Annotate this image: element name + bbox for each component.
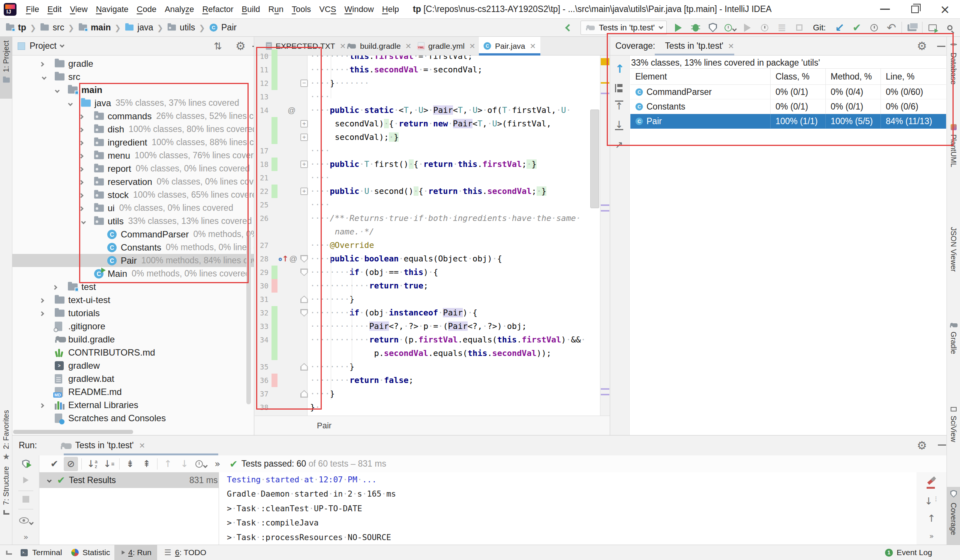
show-passed-icon[interactable]: ✔ <box>46 456 62 472</box>
tool-button-coverage[interactable]: Coverage <box>947 487 960 545</box>
editor-breadcrumb[interactable]: Pair <box>317 421 331 430</box>
breadcrumb-label[interactable]: utils <box>180 22 195 33</box>
breadcrumb-src[interactable]: ❯src <box>26 22 64 33</box>
tool-button-favorites[interactable]: 2: Favorites★ <box>0 406 12 453</box>
tool-button-structure[interactable]: 7: Structure <box>0 462 12 511</box>
tree-row-src[interactable]: src <box>12 70 254 83</box>
menu-build[interactable]: Build <box>238 5 264 14</box>
expand-all-icon[interactable]: ⇟ <box>122 456 138 472</box>
menu-window[interactable]: Window <box>341 5 378 14</box>
maximize-button[interactable] <box>900 0 930 18</box>
toolwindow-switcher-icon[interactable] <box>6 545 12 560</box>
tree-row-ExternalLibraries[interactable]: External Libraries <box>12 398 254 411</box>
editor-tab-build.gradle[interactable]: build.gradle✕ <box>342 37 413 55</box>
run-tab-label[interactable]: Tests in 'tp.test' <box>75 440 134 450</box>
chevron-right-icon[interactable] <box>39 311 44 316</box>
run-config-dropdown[interactable]: Tests in 'tp.test' <box>581 21 667 35</box>
stripe-mark-purple[interactable] <box>601 210 610 211</box>
tab-close-icon[interactable]: ✕ <box>530 42 536 51</box>
menu-tools[interactable]: Tools <box>288 5 315 14</box>
chevron-right-icon[interactable] <box>39 403 44 408</box>
menu-view[interactable]: View <box>66 5 91 14</box>
tree-horizontal-scrollbar[interactable] <box>13 430 133 434</box>
tree-row-gradlew[interactable]: >gradlew <box>12 359 254 372</box>
tool-button-gradle[interactable]: Gradle <box>947 318 960 380</box>
more-icon[interactable]: » <box>917 531 947 541</box>
rerun-coverage-icon[interactable] <box>12 459 39 469</box>
chevron-right-icon[interactable] <box>39 61 44 66</box>
tree-row-CONTRIBUTORSmd[interactable]: CONTRIBUTORS.md <box>12 346 254 359</box>
collapse-all-icon[interactable]: ⇞ <box>138 456 155 472</box>
menu-edit[interactable]: Edit <box>43 5 66 14</box>
close-button[interactable]: × <box>930 0 960 18</box>
menu-vcs[interactable]: VCS <box>315 5 340 14</box>
breadcrumb-java[interactable]: ❯java <box>111 22 154 33</box>
expand-collapse-icon[interactable]: ⇅ <box>214 40 222 52</box>
gear-icon[interactable]: ⚙ <box>235 39 246 53</box>
test-history-icon[interactable] <box>193 456 209 472</box>
close-icon[interactable]: ✕ <box>139 441 145 450</box>
menu-analyze[interactable]: Analyze <box>160 5 198 14</box>
tree-row-gradle[interactable]: gradle <box>12 57 254 70</box>
hide-panel-icon[interactable] <box>252 46 254 47</box>
stripe-mark-purple[interactable] <box>601 394 610 395</box>
project-panel-title[interactable]: Project <box>30 41 57 51</box>
chevron-down-icon[interactable] <box>42 75 46 80</box>
tree-row-buildgradle[interactable]: build.gradle <box>12 333 254 346</box>
tree-row-READMEmd[interactable]: MDREADME.md <box>12 385 254 398</box>
chevron-down-icon[interactable] <box>55 88 60 93</box>
tree-row-gradlewbat[interactable]: gradlew.bat <box>12 372 254 385</box>
back-arrow-icon[interactable] <box>560 20 578 35</box>
sort-by-duration-icon[interactable]: ↓≡ <box>101 456 117 472</box>
menu-code[interactable]: Code <box>133 5 161 14</box>
gear-icon[interactable]: ⚙ <box>917 439 927 452</box>
show-ignored-icon[interactable]: ⊘ <box>62 456 79 472</box>
test-results-row[interactable]: ✔ Test Results 831 ms <box>39 472 219 488</box>
breadcrumb-tp[interactable]: tp <box>5 22 26 33</box>
tool-button-sciview[interactable]: SciView <box>947 402 960 468</box>
minimize-button[interactable] <box>870 0 900 18</box>
menu-navigate[interactable]: Navigate <box>92 5 133 14</box>
menu-help[interactable]: Help <box>378 5 403 14</box>
tab-label[interactable]: gradle.yml <box>428 42 465 51</box>
editor-tab-Pair.java[interactable]: CPair.java✕ <box>479 37 540 55</box>
tab-label[interactable]: build.gradle <box>360 42 401 51</box>
menu-refactor[interactable]: Refactor <box>198 5 237 14</box>
tree-row-textuitest[interactable]: text-ui-test <box>12 293 254 306</box>
chevron-down-icon[interactable] <box>68 101 73 106</box>
run-console[interactable]: Testing·started·at·12:07·PM·...Gradle·Da… <box>219 472 917 545</box>
tool-button-project[interactable]: 1: Project <box>0 37 12 99</box>
breadcrumb-label[interactable]: Pair <box>221 22 237 33</box>
stripe-mark-purple[interactable] <box>601 205 610 206</box>
breadcrumb-label[interactable]: src <box>53 22 64 33</box>
tab-close-icon[interactable]: ✕ <box>405 42 412 51</box>
scroll-up-icon[interactable]: ↑ <box>917 513 947 524</box>
breadcrumb-label[interactable]: tp <box>18 22 26 33</box>
editor-scrollbar[interactable] <box>589 56 600 416</box>
menu-file[interactable]: File <box>22 5 43 14</box>
tool-button-json-viewer[interactable]: JSON Viewer <box>947 222 960 303</box>
breadcrumb-Pair[interactable]: ❯CPair <box>195 22 237 33</box>
breadcrumb-label[interactable]: main <box>91 22 111 33</box>
tab-label[interactable]: Pair.java <box>495 42 525 51</box>
statusbar-event-log[interactable]: 1Event Log <box>885 545 932 560</box>
statusbar-run[interactable]: 4: Run <box>114 545 157 560</box>
chevron-right-icon[interactable] <box>53 285 58 290</box>
more-icon[interactable]: » <box>12 532 39 542</box>
breadcrumb-utils[interactable]: ❯utils <box>154 22 195 33</box>
statusbar-terminal[interactable]: >_Terminal <box>21 545 62 560</box>
chevron-right-icon[interactable] <box>39 298 44 303</box>
hide-panel-icon[interactable] <box>938 445 946 446</box>
statusbar-todo[interactable]: ☰6: TODO <box>164 545 206 560</box>
stripe-mark-purple[interactable] <box>601 388 610 390</box>
sort-alphabetically-icon[interactable]: ↓az <box>84 456 101 472</box>
chevron-down-icon[interactable] <box>60 43 64 48</box>
breadcrumb-label[interactable]: java <box>137 22 153 33</box>
show-options-icon[interactable] <box>12 517 39 524</box>
code-area[interactable]: ········this.firstVal·=·firstVal;·······… <box>307 56 589 416</box>
tree-row-ScratchesandConsoles[interactable]: Scratches and Consoles <box>12 411 254 425</box>
tree-row-tutorials[interactable]: tutorials <box>12 306 254 320</box>
clear-console-icon[interactable] <box>917 479 947 489</box>
statusbar-statistic[interactable]: Statistic <box>71 545 110 560</box>
more-icon[interactable]: » <box>209 456 226 472</box>
